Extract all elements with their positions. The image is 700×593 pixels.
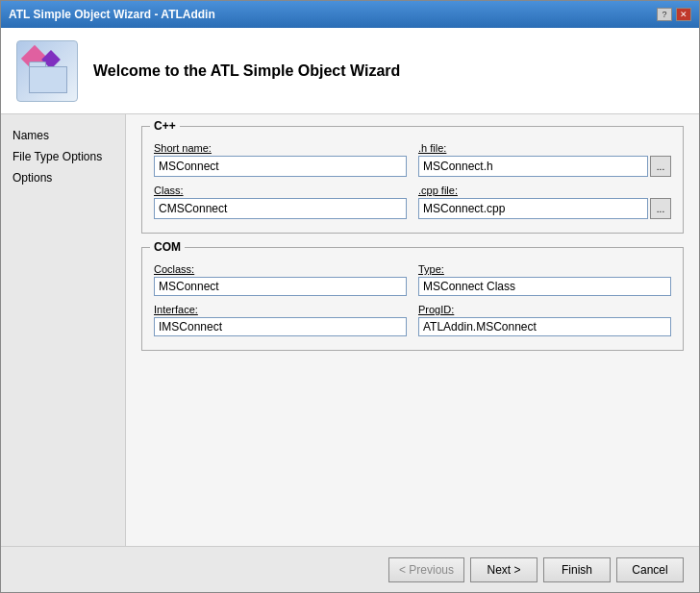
close-button[interactable]: ✕ bbox=[676, 8, 691, 21]
previous-button[interactable]: < Previous bbox=[388, 557, 464, 582]
coclass-input[interactable] bbox=[154, 277, 407, 296]
com-section: COM Coclass: Type: bbox=[141, 247, 684, 351]
cpp-file-label: .cpp file: bbox=[418, 185, 671, 196]
wizard-icon bbox=[16, 40, 78, 102]
wizard-title: Welcome to the ATL Simple Object Wizard bbox=[93, 62, 400, 80]
title-bar-controls: ? ✕ bbox=[657, 8, 691, 21]
progid-field: ProgID: bbox=[418, 304, 671, 336]
class-label: Class: bbox=[154, 185, 407, 196]
wizard-window: ATL Simple Object Wizard - ATLAddin ? ✕ … bbox=[0, 0, 700, 593]
help-button[interactable]: ? bbox=[657, 8, 672, 21]
coclass-label: Coclass: bbox=[154, 263, 407, 275]
h-file-field: .h file: ... bbox=[418, 142, 671, 177]
h-file-input-row: ... bbox=[418, 156, 671, 177]
type-label: Type: bbox=[418, 263, 671, 275]
com-form-grid: Coclass: Type: Interface: bbox=[154, 263, 671, 336]
folder-body-icon bbox=[29, 66, 67, 93]
com-section-title: COM bbox=[150, 240, 185, 254]
cpp-file-input-row: ... bbox=[418, 198, 671, 219]
sidebar-item-file-type-options[interactable]: File Type Options bbox=[9, 147, 117, 166]
content-panel: C++ Short name: .h file: ... bbox=[126, 114, 699, 546]
cpp-file-input[interactable] bbox=[418, 198, 648, 219]
short-name-input[interactable] bbox=[154, 156, 407, 177]
coclass-field: Coclass: bbox=[154, 263, 407, 296]
cancel-button[interactable]: Cancel bbox=[616, 557, 684, 582]
finish-button[interactable]: Finish bbox=[543, 557, 611, 582]
button-bar: < Previous Next > Finish Cancel bbox=[1, 546, 699, 592]
class-input[interactable] bbox=[154, 198, 407, 219]
progid-input[interactable] bbox=[418, 317, 671, 336]
short-name-field: Short name: bbox=[154, 142, 407, 177]
cpp-section-title: C++ bbox=[150, 119, 180, 133]
class-field: Class: bbox=[154, 185, 407, 219]
sidebar-item-names[interactable]: Names bbox=[9, 126, 117, 145]
h-file-browse-button[interactable]: ... bbox=[650, 156, 671, 177]
cpp-form-grid: Short name: .h file: ... bbox=[154, 142, 671, 219]
h-file-input[interactable] bbox=[418, 156, 648, 177]
next-button[interactable]: Next > bbox=[470, 557, 538, 582]
wizard-main: Names File Type Options Options C++ Shor… bbox=[1, 114, 699, 546]
window-title: ATL Simple Object Wizard - ATLAddin bbox=[9, 8, 215, 21]
sidebar-item-options[interactable]: Options bbox=[9, 168, 117, 187]
h-file-label: .h file: bbox=[418, 142, 671, 154]
short-name-label: Short name: bbox=[154, 142, 407, 154]
title-bar: ATL Simple Object Wizard - ATLAddin ? ✕ bbox=[1, 1, 699, 28]
type-input[interactable] bbox=[418, 277, 671, 296]
sidebar: Names File Type Options Options bbox=[1, 114, 126, 546]
cpp-file-field: .cpp file: ... bbox=[418, 185, 671, 219]
cpp-section: C++ Short name: .h file: ... bbox=[141, 126, 684, 234]
interface-field: Interface: bbox=[154, 304, 407, 336]
cpp-file-browse-button[interactable]: ... bbox=[650, 198, 671, 219]
progid-label: ProgID: bbox=[418, 304, 671, 315]
window-body: Welcome to the ATL Simple Object Wizard … bbox=[1, 28, 699, 592]
interface-label: Interface: bbox=[154, 304, 407, 315]
type-field: Type: bbox=[418, 263, 671, 296]
interface-input[interactable] bbox=[154, 317, 407, 336]
wizard-header: Welcome to the ATL Simple Object Wizard bbox=[1, 28, 699, 114]
